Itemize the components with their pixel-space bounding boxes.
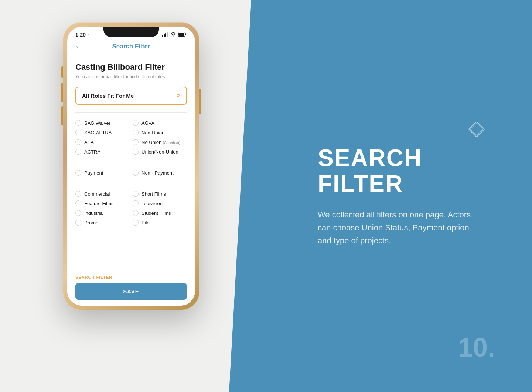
checkbox-circle: [75, 220, 81, 226]
status-icons: [162, 32, 187, 38]
phone-button-vol-down: [61, 106, 63, 125]
screen-content: Casting Billboard Filter You can costumi…: [67, 55, 195, 293]
payment-checkboxes: Payment Non - Payment: [75, 166, 187, 179]
checkbox-sag-aftra[interactable]: SAG-AFTRA: [75, 130, 130, 135]
checkbox-label: Union/Non-Union: [141, 149, 178, 155]
checkbox-non-union[interactable]: Non-Union: [133, 130, 187, 135]
checkbox-circle: [75, 130, 81, 135]
checkbox-feature-films[interactable]: Feature Films: [75, 200, 130, 206]
phone-outer: 1:20 ↑: [63, 22, 200, 310]
checkbox-circle: [133, 200, 139, 206]
divider-1: [75, 112, 187, 113]
checkbox-label: Pilot: [141, 220, 151, 226]
checkbox-circle: [75, 139, 81, 145]
checkbox-circle: [133, 191, 139, 197]
svg-rect-5: [167, 32, 168, 37]
checkbox-label: Industrial: [84, 210, 104, 216]
checkbox-circle: [75, 210, 81, 216]
checkbox-circle: [133, 130, 139, 135]
checkbox-circle: [133, 170, 139, 176]
affiliation-text: (Affiliation): [163, 141, 180, 145]
checkbox-label: Promo: [84, 220, 98, 226]
battery-icon: [178, 32, 187, 38]
phone-button-mute: [61, 66, 63, 78]
checkbox-label: Short Films: [141, 191, 166, 197]
checkbox-pilot[interactable]: Pilot: [133, 220, 187, 226]
checkbox-label: SAG Waiver: [84, 120, 110, 126]
phone-button-vol-up: [61, 83, 63, 102]
diamond-icon: [466, 122, 488, 145]
project-checkboxes: Commercial Short Films Feature Films Tel…: [75, 187, 187, 229]
checkbox-label: Non - Payment: [141, 170, 174, 176]
checkbox-agva[interactable]: AGVA: [133, 120, 187, 126]
checkbox-promo[interactable]: Promo: [75, 220, 130, 226]
wifi-icon: [170, 32, 176, 38]
main-heading: SEARCH FILTER: [318, 145, 502, 197]
checkbox-circle: [133, 139, 139, 145]
screen-footer: SEARCH FILTER SAVE: [67, 272, 195, 306]
checkbox-circle: [75, 170, 81, 176]
svg-rect-4: [165, 33, 166, 37]
page-number: 10.: [458, 332, 495, 362]
svg-rect-1: [470, 123, 483, 135]
search-filter-link[interactable]: SEARCH FILTER: [75, 275, 187, 279]
checkbox-circle: [75, 120, 81, 126]
phone-screen: 1:20 ↑: [67, 27, 195, 306]
checkbox-label: ACTRA: [84, 149, 100, 155]
nav-title: Search Filter: [112, 43, 150, 50]
roles-button-label: All Roles Fit For Me: [82, 93, 134, 99]
checkbox-commercial[interactable]: Commercial: [75, 191, 130, 197]
main-description: We collected all filters on one page. Ac…: [318, 208, 473, 247]
checkbox-short-films[interactable]: Short Films: [133, 191, 187, 197]
checkbox-television[interactable]: Television: [133, 200, 187, 206]
checkbox-label: No Union (Affiliation): [141, 140, 180, 145]
checkbox-circle: [75, 200, 81, 206]
checkbox-label: Commercial: [84, 191, 110, 197]
right-panel: SEARCH FILTER We collected all filters o…: [229, 0, 532, 392]
checkbox-circle: [133, 220, 139, 226]
divider-2: [75, 162, 187, 162]
checkbox-circle: [133, 149, 139, 155]
nav-bar: ← Search Filter: [67, 40, 195, 55]
back-button[interactable]: ←: [75, 42, 83, 51]
union-checkboxes: SAG Waiver AGVA SAG-AFTRA Non-Union: [75, 116, 187, 158]
checkbox-circle: [75, 149, 81, 155]
checkbox-payment[interactable]: Payment: [75, 170, 130, 176]
checkbox-no-union[interactable]: No Union (Affiliation): [133, 139, 187, 145]
checkbox-label: Feature Films: [84, 201, 113, 206]
checkbox-sag-waiver[interactable]: SAG Waiver: [75, 120, 130, 126]
save-button[interactable]: SAVE: [75, 283, 187, 300]
svg-rect-7: [178, 33, 184, 36]
checkbox-label: Payment: [84, 170, 103, 176]
checkbox-circle: [133, 210, 139, 216]
checkbox-label: Television: [141, 201, 163, 206]
checkbox-label: SAG-AFTRA: [84, 130, 112, 135]
checkbox-union-non-union[interactable]: Union/Non-Union: [133, 149, 187, 155]
checkbox-aea[interactable]: AEA: [75, 139, 130, 145]
checkbox-circle: [133, 120, 139, 126]
svg-rect-2: [162, 35, 163, 37]
checkbox-non-payment[interactable]: Non - Payment: [133, 170, 187, 176]
phone-notch: [103, 27, 159, 37]
signal-icon: [162, 32, 169, 38]
phone-button-power: [200, 89, 201, 114]
checkbox-label: AGVA: [141, 120, 154, 126]
screen-subtext: You can costumize filter for find differ…: [75, 74, 187, 79]
checkbox-circle: [75, 191, 81, 197]
checkbox-industrial[interactable]: Industrial: [75, 210, 130, 216]
divider-3: [75, 183, 187, 183]
roles-button[interactable]: All Roles Fit For Me >: [75, 87, 187, 105]
checkbox-label: Student Films: [141, 210, 171, 216]
location-icon: ↑: [87, 33, 89, 37]
status-time: 1:20 ↑: [75, 32, 89, 38]
svg-rect-0: [469, 122, 484, 137]
phone-mockup: 1:20 ↑: [63, 22, 200, 310]
checkbox-student-films[interactable]: Student Films: [133, 210, 187, 216]
screen-heading: Casting Billboard Filter: [75, 62, 187, 72]
checkbox-label: AEA: [84, 140, 94, 145]
checkbox-actra[interactable]: ACTRA: [75, 149, 130, 155]
roles-arrow: >: [176, 92, 180, 100]
svg-rect-3: [164, 34, 165, 37]
checkbox-label: Non-Union: [141, 130, 164, 135]
